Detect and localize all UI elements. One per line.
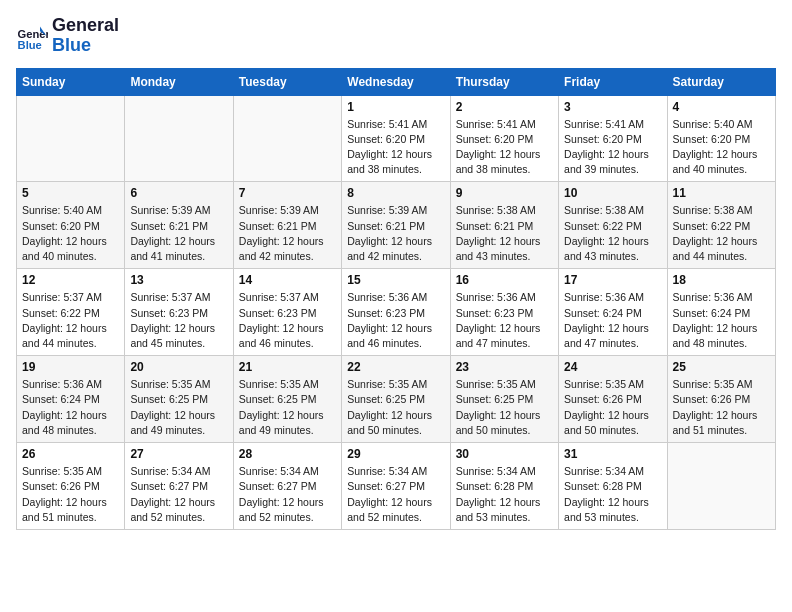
calendar-day-cell: 9Sunrise: 5:38 AMSunset: 6:21 PMDaylight… [450,182,558,269]
day-number: 14 [239,273,336,287]
calendar-day-header: Saturday [667,68,775,95]
day-info: Sunrise: 5:35 AMSunset: 6:26 PMDaylight:… [564,377,661,438]
day-number: 1 [347,100,444,114]
day-info: Sunrise: 5:36 AMSunset: 6:24 PMDaylight:… [564,290,661,351]
day-info: Sunrise: 5:39 AMSunset: 6:21 PMDaylight:… [347,203,444,264]
calendar-day-cell: 12Sunrise: 5:37 AMSunset: 6:22 PMDayligh… [17,269,125,356]
day-info: Sunrise: 5:38 AMSunset: 6:22 PMDaylight:… [673,203,770,264]
day-number: 12 [22,273,119,287]
day-number: 27 [130,447,227,461]
day-info: Sunrise: 5:34 AMSunset: 6:27 PMDaylight:… [130,464,227,525]
day-info: Sunrise: 5:38 AMSunset: 6:21 PMDaylight:… [456,203,553,264]
day-info: Sunrise: 5:34 AMSunset: 6:27 PMDaylight:… [347,464,444,525]
calendar-day-cell: 22Sunrise: 5:35 AMSunset: 6:25 PMDayligh… [342,356,450,443]
day-info: Sunrise: 5:36 AMSunset: 6:24 PMDaylight:… [22,377,119,438]
day-number: 15 [347,273,444,287]
calendar-day-header: Tuesday [233,68,341,95]
day-number: 3 [564,100,661,114]
day-info: Sunrise: 5:41 AMSunset: 6:20 PMDaylight:… [347,117,444,178]
calendar-day-cell: 4Sunrise: 5:40 AMSunset: 6:20 PMDaylight… [667,95,775,182]
calendar-day-cell: 16Sunrise: 5:36 AMSunset: 6:23 PMDayligh… [450,269,558,356]
day-info: Sunrise: 5:40 AMSunset: 6:20 PMDaylight:… [673,117,770,178]
day-info: Sunrise: 5:38 AMSunset: 6:22 PMDaylight:… [564,203,661,264]
calendar-day-cell: 1Sunrise: 5:41 AMSunset: 6:20 PMDaylight… [342,95,450,182]
day-info: Sunrise: 5:36 AMSunset: 6:23 PMDaylight:… [347,290,444,351]
calendar-day-cell: 20Sunrise: 5:35 AMSunset: 6:25 PMDayligh… [125,356,233,443]
calendar-day-cell: 13Sunrise: 5:37 AMSunset: 6:23 PMDayligh… [125,269,233,356]
day-info: Sunrise: 5:37 AMSunset: 6:22 PMDaylight:… [22,290,119,351]
day-info: Sunrise: 5:39 AMSunset: 6:21 PMDaylight:… [239,203,336,264]
calendar-body: 1Sunrise: 5:41 AMSunset: 6:20 PMDaylight… [17,95,776,529]
calendar-day-header: Sunday [17,68,125,95]
day-info: Sunrise: 5:34 AMSunset: 6:27 PMDaylight:… [239,464,336,525]
day-info: Sunrise: 5:36 AMSunset: 6:24 PMDaylight:… [673,290,770,351]
day-number: 19 [22,360,119,374]
day-info: Sunrise: 5:35 AMSunset: 6:25 PMDaylight:… [456,377,553,438]
day-number: 16 [456,273,553,287]
day-info: Sunrise: 5:34 AMSunset: 6:28 PMDaylight:… [456,464,553,525]
day-info: Sunrise: 5:35 AMSunset: 6:26 PMDaylight:… [22,464,119,525]
calendar-day-cell: 10Sunrise: 5:38 AMSunset: 6:22 PMDayligh… [559,182,667,269]
calendar-day-cell: 21Sunrise: 5:35 AMSunset: 6:25 PMDayligh… [233,356,341,443]
calendar-day-cell: 14Sunrise: 5:37 AMSunset: 6:23 PMDayligh… [233,269,341,356]
calendar-day-cell: 31Sunrise: 5:34 AMSunset: 6:28 PMDayligh… [559,443,667,530]
day-info: Sunrise: 5:41 AMSunset: 6:20 PMDaylight:… [564,117,661,178]
day-number: 2 [456,100,553,114]
day-number: 29 [347,447,444,461]
calendar-day-cell: 15Sunrise: 5:36 AMSunset: 6:23 PMDayligh… [342,269,450,356]
calendar-day-cell: 19Sunrise: 5:36 AMSunset: 6:24 PMDayligh… [17,356,125,443]
calendar-day-header: Wednesday [342,68,450,95]
day-info: Sunrise: 5:36 AMSunset: 6:23 PMDaylight:… [456,290,553,351]
day-info: Sunrise: 5:39 AMSunset: 6:21 PMDaylight:… [130,203,227,264]
day-number: 26 [22,447,119,461]
logo-general: General [52,15,119,35]
day-number: 7 [239,186,336,200]
calendar-header-row: SundayMondayTuesdayWednesdayThursdayFrid… [17,68,776,95]
calendar-day-cell: 27Sunrise: 5:34 AMSunset: 6:27 PMDayligh… [125,443,233,530]
calendar-week-row: 1Sunrise: 5:41 AMSunset: 6:20 PMDaylight… [17,95,776,182]
day-info: Sunrise: 5:37 AMSunset: 6:23 PMDaylight:… [239,290,336,351]
logo-blue: Blue [52,35,91,55]
calendar-day-cell: 18Sunrise: 5:36 AMSunset: 6:24 PMDayligh… [667,269,775,356]
calendar-day-cell: 2Sunrise: 5:41 AMSunset: 6:20 PMDaylight… [450,95,558,182]
logo-icon: General Blue [16,20,48,52]
calendar-week-row: 26Sunrise: 5:35 AMSunset: 6:26 PMDayligh… [17,443,776,530]
calendar-table: SundayMondayTuesdayWednesdayThursdayFrid… [16,68,776,530]
calendar-day-cell: 23Sunrise: 5:35 AMSunset: 6:25 PMDayligh… [450,356,558,443]
calendar-week-row: 19Sunrise: 5:36 AMSunset: 6:24 PMDayligh… [17,356,776,443]
calendar-day-cell: 29Sunrise: 5:34 AMSunset: 6:27 PMDayligh… [342,443,450,530]
calendar-day-cell: 5Sunrise: 5:40 AMSunset: 6:20 PMDaylight… [17,182,125,269]
day-info: Sunrise: 5:37 AMSunset: 6:23 PMDaylight:… [130,290,227,351]
day-number: 23 [456,360,553,374]
calendar-day-cell: 28Sunrise: 5:34 AMSunset: 6:27 PMDayligh… [233,443,341,530]
day-number: 25 [673,360,770,374]
day-info: Sunrise: 5:35 AMSunset: 6:25 PMDaylight:… [130,377,227,438]
day-number: 31 [564,447,661,461]
page-header: General Blue General Blue [16,16,776,56]
day-number: 24 [564,360,661,374]
day-info: Sunrise: 5:35 AMSunset: 6:26 PMDaylight:… [673,377,770,438]
calendar-day-cell [17,95,125,182]
day-number: 22 [347,360,444,374]
day-number: 18 [673,273,770,287]
calendar-day-cell: 24Sunrise: 5:35 AMSunset: 6:26 PMDayligh… [559,356,667,443]
calendar-day-cell: 17Sunrise: 5:36 AMSunset: 6:24 PMDayligh… [559,269,667,356]
calendar-day-cell: 11Sunrise: 5:38 AMSunset: 6:22 PMDayligh… [667,182,775,269]
day-number: 20 [130,360,227,374]
day-number: 13 [130,273,227,287]
day-number: 30 [456,447,553,461]
logo: General Blue General Blue [16,16,119,56]
calendar-day-cell [233,95,341,182]
day-number: 9 [456,186,553,200]
day-number: 28 [239,447,336,461]
calendar-day-cell: 3Sunrise: 5:41 AMSunset: 6:20 PMDaylight… [559,95,667,182]
day-info: Sunrise: 5:41 AMSunset: 6:20 PMDaylight:… [456,117,553,178]
svg-text:Blue: Blue [18,39,42,51]
day-info: Sunrise: 5:34 AMSunset: 6:28 PMDaylight:… [564,464,661,525]
day-number: 11 [673,186,770,200]
calendar-day-cell: 25Sunrise: 5:35 AMSunset: 6:26 PMDayligh… [667,356,775,443]
day-number: 5 [22,186,119,200]
day-number: 10 [564,186,661,200]
day-number: 4 [673,100,770,114]
day-number: 6 [130,186,227,200]
